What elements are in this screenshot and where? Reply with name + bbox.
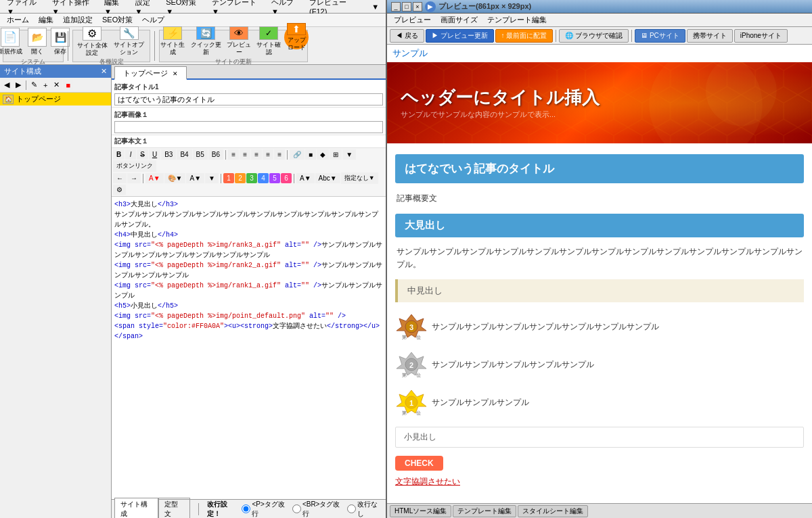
rte-num-3[interactable]: 3: [246, 173, 257, 183]
site-panel-btn-1[interactable]: ✎: [28, 79, 40, 91]
rte-media[interactable]: ◆: [317, 149, 329, 160]
title-input[interactable]: [114, 93, 383, 105]
win-close[interactable]: ×: [413, 2, 422, 11]
site-panel-btn-forward[interactable]: ▶: [13, 79, 24, 91]
top-page-item[interactable]: 🏠 トップページ: [0, 93, 111, 105]
nav-home[interactable]: ホーム: [3, 14, 33, 26]
rte-table[interactable]: ⊞: [330, 149, 342, 160]
top-page-label: トップページ: [16, 94, 61, 104]
site-options-button[interactable]: 🔧 サイトオプション: [110, 25, 148, 57]
rte-b5[interactable]: B5: [193, 149, 208, 160]
preview-update-btn[interactable]: ▶ プレビュー更新: [426, 29, 494, 43]
preview-top-btn[interactable]: ↑ 最前面に配置: [495, 29, 554, 43]
preview-back-btn[interactable]: ◀ 戻る: [390, 29, 424, 43]
rte-num-5[interactable]: 5: [269, 173, 280, 183]
rte-b4[interactable]: B4: [177, 149, 191, 160]
preview-menu-template[interactable]: テンプレート編集: [483, 14, 551, 26]
svg-text:2: 2: [409, 361, 413, 369]
rte-abc[interactable]: Abc▼: [315, 173, 340, 183]
code-line-6: <img src="<% pageDepth %>img/rank1_a.gif…: [114, 281, 383, 301]
link-text[interactable]: 文字協調させたい: [395, 476, 804, 488]
rank-2-item: 2 第 位 サンプルサンプルサンプルサンプルサンプル: [395, 346, 804, 383]
editor-panel: トップページ ✕ 記事タイトル1 記事画像１ 記事本文１ B I S: [112, 65, 386, 518]
rte-redo[interactable]: →: [127, 173, 141, 183]
rte-list[interactable]: ≡: [274, 149, 285, 160]
browser-check-btn[interactable]: 🌐 ブラウザで確認: [559, 29, 629, 43]
rte-align-right[interactable]: ≡: [251, 149, 262, 160]
rte-undo[interactable]: ←: [113, 173, 127, 183]
radio-br-tag[interactable]: <BR>タグ改行: [292, 500, 344, 519]
rte-justify[interactable]: ≡: [263, 149, 273, 160]
site-settings-button[interactable]: ⚙ サイト全体設定: [75, 25, 109, 57]
rte-hilight[interactable]: A▼: [296, 173, 315, 183]
rte-font[interactable]: A▼: [186, 173, 204, 183]
nav-seo[interactable]: SEO対策: [98, 14, 137, 26]
rte-link[interactable]: 🔗: [290, 149, 304, 160]
code-line-2: サンプルサンプルサンプルサンプルサンプルサンプルサンプルサンプルサンプルサンプル…: [114, 210, 383, 230]
rte-b6[interactable]: B6: [208, 149, 223, 160]
rte-more[interactable]: ▼: [342, 149, 356, 160]
top-page-tab[interactable]: トップページ ✕: [114, 66, 187, 80]
mode-tab-template[interactable]: 定型文: [158, 498, 189, 519]
win-maximize[interactable]: □: [402, 2, 411, 11]
menu-more[interactable]: ▼: [367, 2, 383, 11]
rank-2-badge: 2 第 位: [397, 350, 426, 379]
preview-menu-screensize[interactable]: 画面サイズ: [436, 14, 482, 26]
tab-close[interactable]: ✕: [173, 70, 178, 77]
rte-num-2[interactable]: 2: [235, 173, 246, 183]
code-editor[interactable]: <h3>大見出し</h3> サンプルサンプルサンプルサンプルサンプルサンプルサン…: [112, 197, 386, 499]
radio-p-tag[interactable]: <P>タグ改行: [242, 500, 289, 519]
site-check-button[interactable]: ✓ サイト確認: [254, 25, 283, 57]
site-panel-btn-back[interactable]: ◀: [1, 79, 12, 91]
nav-help[interactable]: ヘルプ: [138, 14, 168, 26]
svg-text:第: 第: [402, 410, 407, 415]
code-line-3: <h4>中見出し</h4>: [114, 230, 383, 240]
site-panel-close[interactable]: ✕: [101, 67, 107, 76]
rte-color-a[interactable]: A▼: [145, 173, 164, 183]
code-line-1: <h3>大見出し</h3>: [114, 199, 383, 210]
mobile-site-btn[interactable]: 携帯サイト: [687, 29, 733, 43]
rte-italic[interactable]: I: [125, 149, 136, 160]
rte-image[interactable]: ■: [305, 149, 316, 160]
stylesheet-btn[interactable]: スタイルシート編集: [518, 505, 588, 517]
site-generate-button[interactable]: ⚡ サイト生成: [158, 25, 187, 57]
html-source-btn[interactable]: HTMLソース編集: [390, 505, 451, 517]
rte-b3[interactable]: B3: [161, 149, 176, 160]
site-panel-btn-2[interactable]: +: [41, 80, 50, 91]
rte-style-select[interactable]: 指定なし▼: [341, 172, 378, 184]
win-minimize[interactable]: _: [391, 2, 401, 11]
upload-button[interactable]: ⬆ アップロード: [284, 25, 309, 49]
site-panel-btn-3[interactable]: ✕: [51, 79, 62, 91]
mode-tab-site[interactable]: サイト構成: [114, 498, 158, 519]
rte-strikethrough[interactable]: S: [137, 149, 148, 160]
rte-underline[interactable]: U: [149, 149, 160, 160]
nav-edit[interactable]: 編集: [35, 14, 58, 26]
template-edit-btn[interactable]: テンプレート編集: [453, 505, 516, 517]
rte-button-link[interactable]: ボタンリンク: [113, 160, 156, 172]
sample-link[interactable]: サンプル: [387, 45, 812, 62]
open-button[interactable]: 📂 開く: [26, 25, 48, 57]
preview-button[interactable]: 👁 プレビュー: [225, 25, 253, 57]
svg-text:位: 位: [416, 335, 421, 339]
check-button[interactable]: CHECK: [395, 456, 443, 471]
rte-align-center[interactable]: ≡: [240, 149, 250, 160]
nav-addconfig[interactable]: 追加設定: [59, 14, 97, 26]
rte-bold[interactable]: B: [113, 149, 125, 160]
quick-update-button[interactable]: 🔄 クイック更新: [188, 25, 223, 57]
radio-no-break[interactable]: 改行なし: [347, 500, 383, 519]
rank-1-badge: 1 第 位: [397, 387, 426, 417]
pc-site-btn[interactable]: 🖥 PCサイト: [635, 29, 685, 43]
rte-align-left[interactable]: ≡: [228, 149, 239, 160]
rte-num-6[interactable]: 6: [281, 173, 292, 183]
rte-size[interactable]: ▼: [205, 173, 219, 183]
rte-num-4[interactable]: 4: [258, 173, 269, 183]
new-button[interactable]: 📄 新規作成: [0, 25, 25, 57]
rte-num-1[interactable]: 1: [223, 173, 234, 183]
rte-paint[interactable]: 🎨▼: [164, 173, 186, 183]
site-panel-toolbar: ◀ ▶ ✎ + ✕ ■: [0, 78, 111, 93]
site-panel-btn-4[interactable]: ■: [63, 80, 73, 91]
image-input[interactable]: [114, 121, 383, 133]
preview-menu-preview[interactable]: プレビュー: [390, 14, 435, 26]
rte-gear[interactable]: ⚙: [113, 185, 126, 195]
iphone-site-btn[interactable]: iPhoneサイト: [734, 29, 788, 43]
